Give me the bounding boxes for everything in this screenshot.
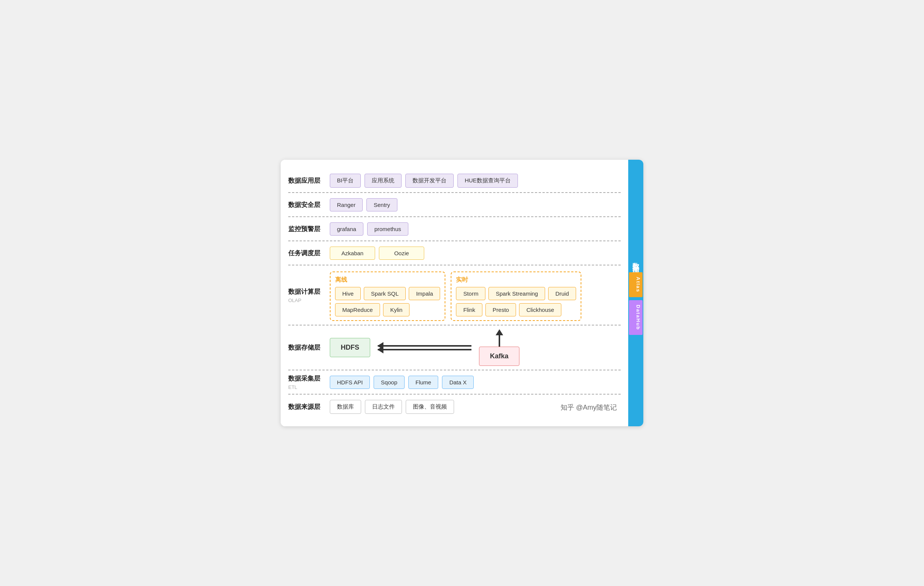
list-item: Druid xyxy=(548,287,576,300)
monitoring-layer-row: 监控预警层 grafana promethus xyxy=(288,217,620,241)
arrow-left-1 xyxy=(378,345,472,347)
up-arrow xyxy=(496,329,503,347)
security-layer-label: 数据安全层 xyxy=(288,197,330,212)
list-item: Data X xyxy=(442,376,474,389)
right-sidebar: 数据治理 Atlas DataHub xyxy=(628,160,644,426)
arrow-line xyxy=(378,349,472,351)
list-item: Clickhouse xyxy=(519,303,561,316)
list-item: Spark Streaming xyxy=(488,287,545,300)
list-item: Oozie xyxy=(379,247,424,260)
list-item: MapReduce xyxy=(335,303,380,316)
list-item: Azkaban xyxy=(330,247,375,260)
monitoring-layer-content: grafana promethus xyxy=(330,221,620,237)
storage-layer-row: 数据存储层 HDFS xyxy=(288,326,620,370)
list-item: Storm xyxy=(456,287,485,300)
scheduling-layer-label: 任务调度层 xyxy=(288,245,330,261)
list-item: Flink xyxy=(456,303,482,316)
watermark: 知乎 @Amy随笔记 xyxy=(458,402,620,412)
list-item: BI平台 xyxy=(330,174,361,188)
security-layer-row: 数据安全层 Ranger Sentry xyxy=(288,193,620,217)
collection-layer-label: 数据采集层 ETL xyxy=(288,374,330,390)
sidebar-tag-atlas: Atlas xyxy=(629,272,643,297)
collection-layer-content: HDFS API Sqoop Flume Data X xyxy=(330,374,620,390)
list-item: promethus xyxy=(367,222,408,235)
list-item: Kylin xyxy=(383,303,410,316)
list-item: Spark SQL xyxy=(364,287,406,300)
diagram-content: 数据应用层 BI平台 应用系统 数据开发平台 HUE数据查询平台 数据安全层 R… xyxy=(280,160,628,426)
list-item: Ranger xyxy=(330,198,363,211)
list-item: HDFS API xyxy=(330,376,370,389)
arrow-up-line xyxy=(498,335,500,347)
sidebar-tag-datahub: DataHub xyxy=(629,300,643,334)
monitoring-layer-label: 监控预警层 xyxy=(288,221,330,237)
kafka-box: Kafka xyxy=(479,347,520,366)
list-item: 数据库 xyxy=(330,400,361,414)
list-item: Impala xyxy=(409,287,440,300)
application-layer-content: BI平台 应用系统 数据开发平台 HUE数据查询平台 xyxy=(330,173,620,188)
arrow-left-2 xyxy=(378,349,472,351)
list-item: HUE数据查询平台 xyxy=(457,174,518,188)
scheduling-layer-content: Azkaban Oozie xyxy=(330,245,620,261)
list-item: Sqoop xyxy=(374,376,404,389)
source-layer-row: 数据来源层 数据库 日志文件 图像、音视频 知乎 @Amy随笔记 xyxy=(288,395,620,419)
computation-layer-row: 数据计算层 OLAP 离线 Hive Spark SQL Impala xyxy=(288,265,620,326)
list-item: Hive xyxy=(335,287,361,300)
sidebar-top: 数据治理 Atlas DataHub xyxy=(628,160,644,426)
application-layer-label: 数据应用层 xyxy=(288,173,330,188)
list-item: 日志文件 xyxy=(365,400,402,414)
arrow-up-head xyxy=(496,329,503,335)
list-item: Presto xyxy=(485,303,516,316)
computation-layer-content: 离线 Hive Spark SQL Impala MapReduce Kylin xyxy=(330,269,620,321)
source-layer-content: 数据库 日志文件 图像、音视频 知乎 @Amy随笔记 xyxy=(330,398,620,415)
computation-sections: 离线 Hive Spark SQL Impala MapReduce Kylin xyxy=(330,272,620,321)
offline-section: 离线 Hive Spark SQL Impala MapReduce Kylin xyxy=(330,272,446,321)
list-item: 应用系统 xyxy=(365,174,401,188)
scheduling-layer-row: 任务调度层 Azkaban Oozie xyxy=(288,241,620,265)
list-item: grafana xyxy=(330,222,363,235)
application-layer-row: 数据应用层 BI平台 应用系统 数据开发平台 HUE数据查询平台 xyxy=(288,169,620,193)
collection-layer-row: 数据采集层 ETL HDFS API Sqoop Flume Data X xyxy=(288,370,620,395)
list-item: 图像、音视频 xyxy=(406,400,454,414)
security-layer-content: Ranger Sentry xyxy=(330,197,620,212)
main-diagram: 数据应用层 BI平台 应用系统 数据开发平台 HUE数据查询平台 数据安全层 R… xyxy=(280,160,644,426)
storage-layer-label: 数据存储层 xyxy=(288,329,330,366)
list-item: Sentry xyxy=(366,198,397,211)
sidebar-main-label: 数据治理 xyxy=(631,250,640,271)
computation-layer-label: 数据计算层 OLAP xyxy=(288,269,330,321)
realtime-section: 实时 Storm Spark Streaming Druid Flink Pre… xyxy=(450,272,581,321)
hdfs-box: HDFS xyxy=(330,338,370,357)
source-layer-label: 数据来源层 xyxy=(288,398,330,415)
arrow-line xyxy=(378,345,472,347)
arrow-group xyxy=(378,345,472,351)
list-item: 数据开发平台 xyxy=(405,174,454,188)
kafka-group: Kafka xyxy=(479,329,520,366)
list-item: Flume xyxy=(408,376,439,389)
storage-layer-content: HDFS Kafka xyxy=(330,329,620,366)
